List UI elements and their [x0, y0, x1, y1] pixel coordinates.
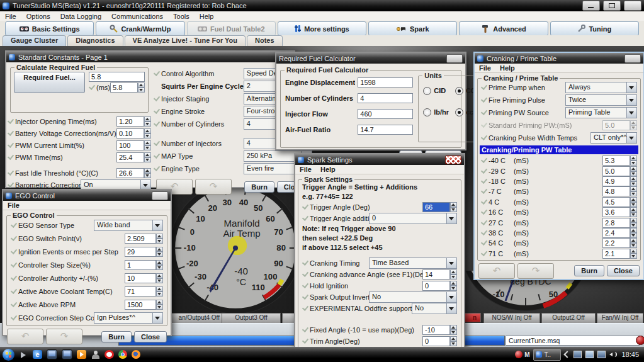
spinner-field[interactable]: 5.8 [110, 82, 138, 93]
tab-gauge-cluster[interactable]: Gauge Cluster [3, 35, 66, 46]
network-icon[interactable] [585, 351, 594, 358]
close-icon[interactable] [446, 54, 463, 63]
tray-expand-icon[interactable] [564, 351, 571, 358]
dropdown-arrow-icon[interactable] [626, 82, 636, 93]
start-button[interactable] [3, 349, 14, 361]
ego-sensor-type-dropdown[interactable]: Wide band [94, 220, 163, 231]
oddfire-support-dropdown[interactable]: No [412, 303, 457, 314]
spinner-arrows[interactable] [144, 128, 151, 139]
menu-data-logging[interactable]: Data Logging [60, 13, 101, 20]
pw-spinner[interactable]: 2.4 [602, 228, 637, 238]
spinner-arrows[interactable] [156, 286, 163, 297]
prime-pump-when-dropdown[interactable]: Always [565, 82, 637, 93]
firefox-icon[interactable] [132, 350, 140, 359]
spark-titlebar[interactable]: Spark Settings [295, 154, 464, 165]
menu-file[interactable]: File [479, 64, 491, 72]
fire-priming-pulse-dropdown[interactable]: Twice [565, 94, 637, 106]
pwm-current-limit-spinner[interactable]: 100 [116, 140, 151, 150]
pw-spinner[interactable]: 4.8 [602, 186, 637, 196]
basic-settings-button[interactable]: Basic Settings [5, 21, 94, 36]
menu-tools[interactable]: Tools [173, 13, 189, 20]
menu-options[interactable]: Options [26, 13, 50, 20]
menu-help[interactable]: Help [320, 166, 336, 173]
close-icon[interactable] [152, 191, 168, 200]
tab-ve-analyze[interactable]: VE Analyze Live! - Tune For You [125, 35, 246, 46]
dropdown-arrow-icon[interactable] [152, 313, 162, 323]
undo-button[interactable]: ↶ [7, 329, 43, 344]
spinner-arrows[interactable] [450, 269, 457, 280]
internet-explorer-icon[interactable]: e [33, 350, 42, 359]
trim-angle-spinner[interactable]: 0 [422, 336, 457, 346]
ego-titlebar[interactable]: EGO Control [3, 190, 171, 201]
ego-step-counter-dropdown[interactable]: Ign Pulses*^ [94, 312, 163, 324]
cranking-advance-spinner[interactable]: 14 [422, 269, 457, 280]
spinner-arrows[interactable] [630, 218, 637, 228]
dropdown-arrow-icon[interactable] [626, 108, 636, 118]
spark-output-inverted-dropdown[interactable]: No [369, 291, 457, 303]
spinner-arrows[interactable] [630, 186, 637, 196]
chrome-icon[interactable] [118, 350, 127, 359]
tray-app-m[interactable]: M [515, 351, 529, 358]
spinner-arrows[interactable] [138, 82, 145, 93]
spinner-arrows[interactable] [630, 249, 637, 259]
spinner-arrows[interactable] [156, 247, 163, 257]
spinner-arrows[interactable] [630, 207, 637, 217]
dropdown-arrow-icon[interactable] [152, 220, 162, 230]
redo-button[interactable]: ↷ [517, 263, 554, 279]
spinner-arrows[interactable] [630, 166, 637, 176]
spinner-arrows[interactable] [630, 176, 637, 186]
tab-notes[interactable]: Notes [247, 35, 283, 46]
close-button[interactable] [624, 1, 641, 11]
active-above-rpm-spinner[interactable]: 1500 [125, 300, 163, 310]
close-icon[interactable] [445, 156, 461, 164]
ignition-events-spinner[interactable]: 29 [125, 247, 163, 257]
spinner-arrows[interactable] [450, 325, 457, 335]
maximize-button[interactable] [603, 1, 621, 11]
tray-window-icon[interactable] [573, 351, 582, 358]
required-fuel-button[interactable]: Required Fuel... [14, 72, 85, 93]
pw-spinner[interactable]: 5.3 [602, 156, 637, 166]
cranking-timing-dropdown[interactable]: Time Based [369, 257, 457, 269]
redo-button[interactable]: ↷ [195, 179, 232, 195]
radio-cc-selected[interactable] [455, 87, 463, 95]
air-fuel-ratio-field[interactable]: 14.7 [358, 125, 413, 135]
minimize-button[interactable] [582, 1, 600, 11]
dropdown-arrow-icon[interactable] [446, 292, 456, 302]
pw-spinner[interactable]: 2.8 [602, 218, 637, 228]
spinner-arrows[interactable] [144, 168, 151, 178]
media-player-icon[interactable] [77, 350, 86, 359]
advanced-button[interactable]: Advanced [459, 21, 548, 36]
injector-opening-time-spinner[interactable]: 1.20 [116, 116, 151, 127]
ego-switch-point-spinner[interactable]: 2.509 [125, 234, 163, 244]
spinner-arrows[interactable] [630, 228, 637, 238]
menu-communications[interactable]: Communications [111, 13, 163, 20]
burn-button[interactable]: Burn [244, 181, 274, 193]
trigger-angle-addition-dropdown[interactable]: 0 [369, 213, 457, 224]
opera-icon[interactable] [105, 350, 114, 359]
spinner-arrows[interactable] [630, 156, 637, 166]
spinner-arrows[interactable] [156, 260, 163, 270]
spinner-arrows[interactable] [156, 273, 163, 283]
hold-ignition-spinner[interactable]: 0 [422, 281, 457, 291]
tuning-button[interactable]: Tuning [550, 21, 639, 36]
close-icon[interactable] [624, 54, 641, 63]
dropdown-arrow-icon[interactable] [446, 303, 456, 314]
pw-spinner[interactable]: 4.9 [602, 176, 637, 186]
dropdown-arrow-icon[interactable] [446, 213, 456, 223]
dropdown-arrow-icon[interactable] [446, 258, 456, 268]
taskbar-clock[interactable]: 18:45 [621, 351, 639, 358]
user-app-icon[interactable] [91, 350, 100, 359]
redo-button[interactable]: ↷ [46, 329, 82, 344]
volume-icon[interactable] [609, 351, 616, 358]
trigger-angle-spinner[interactable]: 66 [422, 202, 457, 212]
pw-spinner[interactable]: 4.5 [602, 197, 637, 207]
close-window-button[interactable]: Close [607, 265, 640, 276]
pw-spinner[interactable]: 5.0 [602, 166, 637, 176]
radio-ccmin-selected[interactable] [455, 108, 463, 116]
menu-file[interactable]: File [8, 201, 20, 209]
tunerstudio-task-button[interactable]: T.. [533, 349, 561, 361]
display-icon[interactable] [47, 349, 57, 359]
standard-constants-titlebar[interactable]: Standard Constants - Page 1 [6, 52, 294, 62]
pw-spinner[interactable]: 2.2 [602, 238, 637, 248]
burn-button[interactable]: Burn [101, 331, 132, 342]
